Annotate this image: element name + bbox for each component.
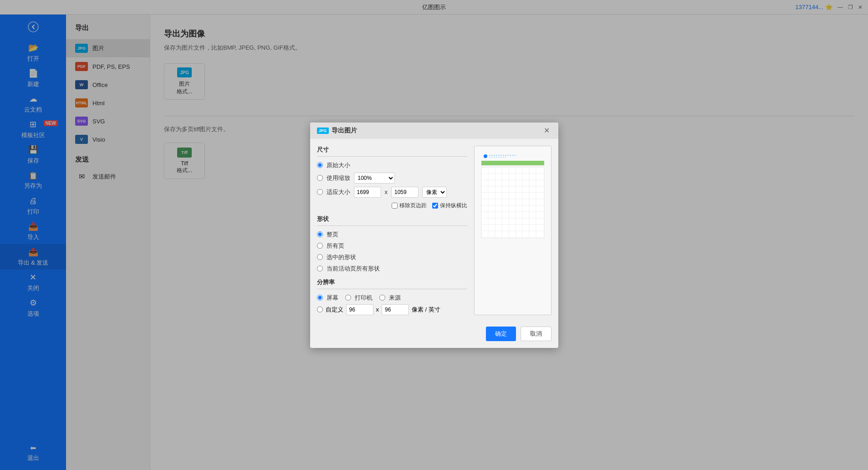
custom-height-input[interactable]: [382, 304, 409, 315]
size-section-header: 尺寸: [317, 146, 467, 157]
modal-overlay: JPG 导出图片 ✕ 尺寸 原始大小 使用缩放: [0, 0, 868, 470]
preview-image: [475, 146, 551, 315]
keep-ratio-text: 保持纵横比: [440, 202, 467, 209]
res-label-source: 来源: [389, 294, 401, 302]
res-option-source: 来源: [379, 294, 401, 302]
shape-label-allpages: 所有页: [327, 242, 344, 250]
size-radio-group: 原始大小 使用缩放 100% 50% 150% 200%: [317, 161, 467, 209]
svg-rect-6: [481, 167, 544, 238]
size-option-original: 原始大小: [317, 161, 467, 169]
size-label-original: 原始大小: [327, 161, 350, 169]
keep-ratio-checkbox[interactable]: [432, 203, 438, 209]
margin-ratio-row: 移除页边距 保持纵横比: [317, 202, 467, 209]
scale-dropdown[interactable]: 100% 50% 150% 200%: [354, 173, 395, 184]
remove-margin-checkbox[interactable]: [392, 203, 398, 209]
size-option-scale: 使用缩放 100% 50% 150% 200%: [317, 173, 467, 184]
dialog-preview-panel: [474, 146, 551, 315]
custom-label: 自定义: [326, 306, 343, 314]
res-radio-custom[interactable]: [317, 307, 323, 312]
dialog-left-panel: 尺寸 原始大小 使用缩放 100% 50% 150% 200%: [317, 146, 467, 315]
confirm-button[interactable]: 确定: [486, 327, 516, 341]
fit-height-input[interactable]: [391, 187, 419, 198]
shape-option-fullpage: 整页: [317, 230, 467, 239]
size-radio-fit[interactable]: [317, 189, 323, 195]
size-option-fit: 适应大小 x 像素 厘米 英寸: [317, 187, 467, 198]
res-radio-screen[interactable]: [317, 295, 323, 301]
dialog-title-icon: JPG: [317, 128, 329, 134]
res-option-screen: 屏幕: [317, 294, 338, 302]
dialog-footer: 确定 取消: [310, 322, 558, 348]
res-radio-printer[interactable]: [345, 295, 351, 301]
shape-label-fullpage: 整页: [327, 230, 338, 239]
dialog-header: JPG 导出图片 ✕: [310, 123, 558, 139]
dialog-body: 尺寸 原始大小 使用缩放 100% 50% 150% 200%: [310, 139, 558, 322]
fit-unit-select[interactable]: 像素 厘米 英寸: [422, 187, 447, 198]
times-symbol2: x: [376, 306, 379, 313]
res-option-printer: 打印机: [345, 294, 373, 302]
shape-radio-selected[interactable]: [317, 254, 323, 260]
shape-radio-fullpage[interactable]: [317, 231, 323, 237]
remove-margin-text: 移除页边距: [399, 202, 427, 209]
size-radio-scale[interactable]: [317, 175, 323, 181]
dialog-title: JPG 导出图片: [317, 127, 357, 135]
svg-rect-5: [481, 161, 544, 165]
shape-label-selected: 选中的形状: [327, 253, 356, 261]
shape-radio-group: 整页 所有页 选中的形状 当前活动页所有形状: [317, 230, 467, 273]
export-image-dialog: JPG 导出图片 ✕ 尺寸 原始大小 使用缩放: [310, 123, 558, 348]
cancel-button[interactable]: 取消: [521, 327, 551, 341]
res-label-screen: 屏幕: [327, 294, 338, 302]
remove-margin-label: 移除页边距: [392, 202, 427, 209]
keep-ratio-label: 保持纵横比: [432, 202, 467, 209]
shape-option-active: 当前活动页所有形状: [317, 265, 467, 273]
times-symbol: x: [385, 189, 388, 195]
shape-label-active: 当前活动页所有形状: [327, 265, 380, 273]
dialog-close-button[interactable]: ✕: [542, 126, 551, 135]
size-label-scale: 使用缩放: [327, 174, 350, 182]
res-radio-source[interactable]: [379, 295, 385, 301]
dialog-title-text: 导出图片: [332, 127, 357, 135]
custom-unit-label: 像素 / 英寸: [412, 306, 440, 314]
shape-radio-active[interactable]: [317, 266, 323, 271]
res-label-printer: 打印机: [355, 294, 373, 302]
svg-point-2: [484, 154, 487, 158]
shape-radio-allpages[interactable]: [317, 243, 323, 249]
size-radio-original[interactable]: [317, 162, 323, 168]
resolution-options: 屏幕 打印机 来源: [317, 294, 467, 302]
resolution-section-header: 分辨率: [317, 278, 467, 289]
shape-section-header: 形状: [317, 215, 467, 226]
custom-resolution-row: 自定义 x 像素 / 英寸: [317, 304, 467, 315]
size-label-fit: 适应大小: [327, 188, 350, 196]
fit-width-input[interactable]: [354, 187, 381, 198]
custom-width-input[interactable]: [346, 304, 373, 315]
size-option-fit-wrapper: 适应大小 x 像素 厘米 英寸: [317, 187, 467, 209]
shape-option-allpages: 所有页: [317, 242, 467, 250]
shape-option-selected: 选中的形状: [317, 253, 467, 261]
